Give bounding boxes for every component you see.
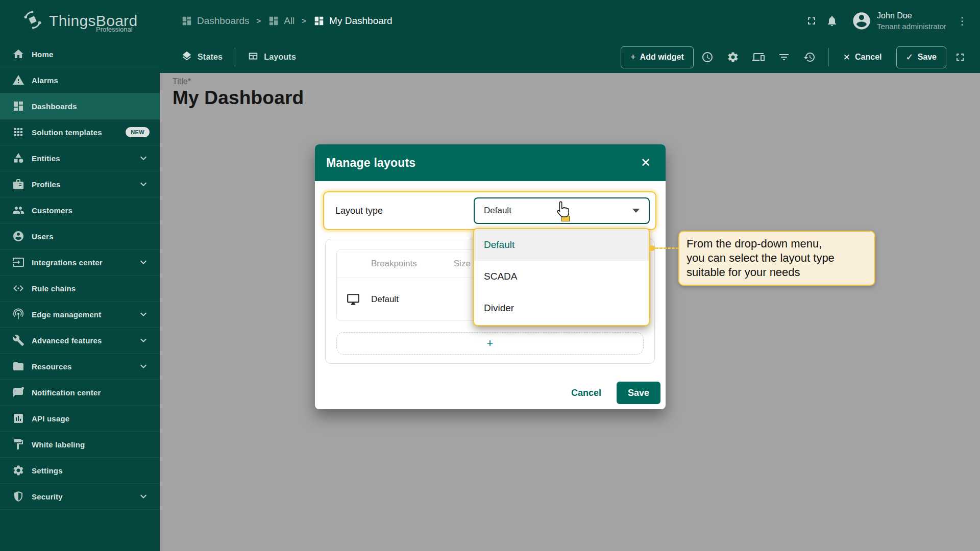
option-default[interactable]: Default: [474, 229, 649, 261]
layout-grid-icon: [248, 51, 259, 64]
sidebar-item-edge-management[interactable]: Edge management: [0, 302, 160, 328]
dashboard-toolbar: States Layouts + Add widget ✕ Cancel: [160, 41, 980, 73]
time-window-icon[interactable]: [696, 45, 719, 69]
app-logo[interactable]: ThingsBoard Professional: [0, 0, 160, 41]
layout-row-name: Default: [371, 294, 399, 305]
layouts-button[interactable]: Layouts: [248, 51, 296, 64]
sidebar-item-advanced-features[interactable]: Advanced features: [0, 328, 160, 354]
message-icon: [12, 386, 24, 398]
option-scada[interactable]: SCADA: [474, 261, 649, 292]
chevron-down-icon: [137, 152, 150, 164]
close-icon[interactable]: ✕: [637, 154, 654, 171]
tools-icon: [12, 334, 24, 346]
sidebar-item-settings[interactable]: Settings: [0, 458, 160, 484]
version-history-icon[interactable]: [798, 45, 821, 69]
breadcrumb: Dashboards > All > My Dashboard: [181, 0, 393, 41]
breadcrumb-separator: >: [256, 16, 261, 25]
chevron-down-icon: [632, 209, 640, 213]
antenna-icon: [12, 308, 24, 320]
people-icon: [12, 204, 24, 216]
toolbar-divider: [235, 48, 235, 66]
callout-connector-dot: [649, 245, 655, 251]
dialog-actions: Cancel Save: [560, 382, 660, 404]
sidebar-item-api-usage[interactable]: API usage: [0, 406, 160, 432]
dialog-save-button[interactable]: Save: [617, 382, 660, 404]
add-layout-button[interactable]: +: [336, 332, 644, 355]
notifications-bell-icon[interactable]: [822, 11, 842, 31]
column-size: Size: [454, 259, 471, 269]
layout-type-select[interactable]: Default: [474, 197, 650, 224]
integration-icon: [12, 256, 24, 268]
gear-icon: [12, 464, 24, 477]
option-divider[interactable]: Divider: [474, 292, 649, 324]
sidebar-item-resources[interactable]: Resources: [0, 354, 160, 380]
toolbar-divider: [828, 48, 829, 66]
chevron-down-icon: [137, 256, 150, 268]
account-circle-icon: [12, 230, 24, 242]
fullscreen-icon[interactable]: [948, 45, 972, 69]
filters-icon[interactable]: [772, 45, 796, 69]
breadcrumb-separator: >: [302, 16, 306, 25]
dashboards-icon: [181, 15, 192, 27]
toolbar-left: States Layouts: [181, 41, 296, 73]
chevron-down-icon: [137, 490, 150, 503]
check-icon: ✓: [906, 52, 914, 63]
sidebar-item-white-labeling[interactable]: White labeling: [0, 432, 160, 458]
paint-icon: [12, 438, 24, 450]
states-button[interactable]: States: [181, 51, 223, 64]
user-info[interactable]: John Doe Tenant administrator: [877, 11, 946, 31]
chevron-down-icon: [137, 178, 150, 190]
shield-icon: [12, 490, 24, 503]
user-avatar[interactable]: [851, 11, 872, 31]
sidebar-item-rule-chains[interactable]: Rule chains: [0, 276, 160, 302]
app-edition: Professional: [96, 26, 133, 33]
dashboard-settings-gear-icon[interactable]: [721, 45, 745, 69]
sidebar-item-customers[interactable]: Customers: [0, 197, 160, 223]
dashboards-icon: [268, 15, 279, 27]
sidebar-item-notification-center[interactable]: Notification center: [0, 380, 160, 406]
thingsboard-app: ThingsBoard Professional Home Alarms Das…: [0, 0, 980, 551]
header-actions: John Doe Tenant administrator ⋮: [801, 0, 980, 41]
sidebar-item-security[interactable]: Security: [0, 484, 160, 510]
sidebar-item-users[interactable]: Users: [0, 223, 160, 249]
breadcrumb-dashboards[interactable]: Dashboards: [181, 15, 249, 27]
new-badge: NEW: [126, 127, 150, 137]
user-role: Tenant administrator: [877, 22, 946, 31]
close-icon: ✕: [843, 52, 850, 63]
warning-icon: [12, 74, 24, 86]
toolbar-right: + Add widget ✕ Cancel ✓ Save: [621, 41, 980, 73]
sidebar-item-entities[interactable]: Entities: [0, 145, 160, 171]
add-widget-button[interactable]: + Add widget: [621, 46, 694, 68]
plus-icon: +: [630, 52, 636, 63]
rule-chain-icon: [12, 282, 24, 294]
dashboards-icon: [12, 100, 24, 112]
sidebar-item-integrations-center[interactable]: Integrations center: [0, 249, 160, 276]
top-header: Dashboards > All > My Dashboard John Doe…: [160, 0, 980, 41]
layout-type-label: Layout type: [335, 206, 383, 216]
sidebar-item-profiles[interactable]: Profiles: [0, 171, 160, 197]
sidebar-item-solution-templates[interactable]: Solution templates NEW: [0, 119, 160, 145]
fullscreen-icon[interactable]: [801, 11, 822, 31]
dialog-header: Manage layouts ✕: [315, 144, 666, 181]
edit-save-button[interactable]: ✓ Save: [896, 46, 946, 68]
sidebar-item-alarms[interactable]: Alarms: [0, 67, 160, 93]
chevron-down-icon: [137, 334, 150, 346]
layers-icon: [181, 51, 192, 64]
hint-tooltip: From the drop-down menu, you can select …: [678, 231, 875, 286]
dialog-cancel-button[interactable]: Cancel: [560, 383, 612, 404]
more-menu-icon[interactable]: ⋮: [953, 11, 971, 31]
chevron-down-icon: [137, 308, 150, 320]
layout-type-select-value: Default: [484, 206, 632, 216]
user-name: John Doe: [877, 11, 946, 20]
desktop-monitor-icon: [347, 293, 360, 306]
dialog-title: Manage layouts: [326, 156, 637, 170]
sidebar-item-home[interactable]: Home: [0, 41, 160, 67]
sidebar-item-dashboards[interactable]: Dashboards: [0, 93, 160, 119]
entities-icon: [12, 152, 24, 164]
breadcrumb-my-dashboard[interactable]: My Dashboard: [313, 15, 393, 27]
folder-icon: [12, 360, 24, 372]
breadcrumb-all[interactable]: All: [268, 15, 295, 27]
home-icon: [12, 48, 24, 60]
edit-cancel-button[interactable]: ✕ Cancel: [836, 52, 889, 63]
entity-aliases-devices-icon[interactable]: [747, 45, 770, 69]
